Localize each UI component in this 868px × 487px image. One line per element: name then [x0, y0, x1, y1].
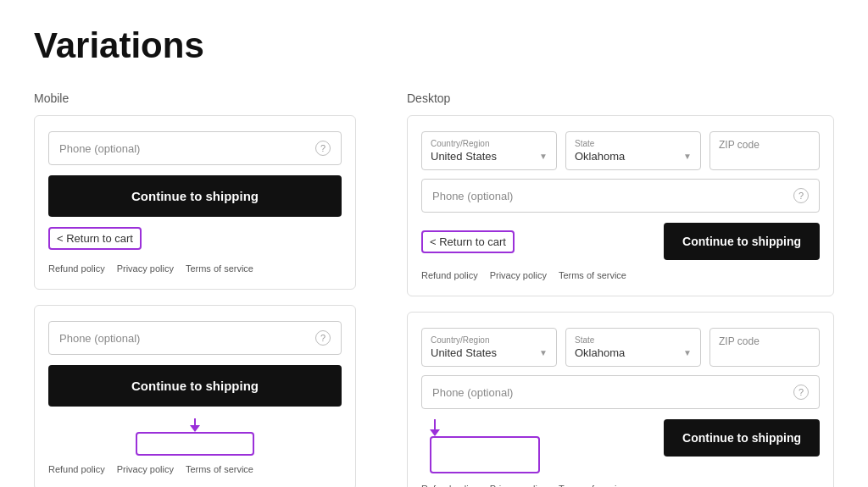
- desktop-column: Desktop Country/Region United States ▼ S…: [407, 91, 834, 487]
- phone-placeholder-1: Phone (optional): [59, 142, 140, 155]
- phone-placeholder-desktop-2: Phone (optional): [432, 386, 513, 399]
- privacy-link-desktop-1[interactable]: Privacy policy: [490, 270, 547, 280]
- desktop-card-1: Country/Region United States ▼ State Okl…: [407, 115, 834, 296]
- continue-shipping-btn-desktop-1[interactable]: Continue to shipping: [664, 223, 820, 260]
- country-select-2[interactable]: Country/Region United States ▼: [421, 328, 557, 367]
- mobile-card-1: Phone (optional) ? Continue to shipping …: [34, 115, 356, 290]
- state-value-2: Oklahoma ▼: [575, 346, 692, 359]
- phone-input-desktop-1[interactable]: Phone (optional) ?: [421, 179, 820, 213]
- page-title: Variations: [34, 25, 834, 66]
- footer-links-2: Refund policy Privacy policy Terms of se…: [48, 464, 342, 474]
- zip-input-2[interactable]: ZIP code: [709, 328, 820, 367]
- continue-shipping-btn-desktop-2[interactable]: Continue to shipping: [664, 419, 820, 457]
- country-label-2: Country/Region: [431, 335, 548, 345]
- state-select-1[interactable]: State Oklahoma ▼: [565, 131, 701, 170]
- phone-input-2[interactable]: Phone (optional) ?: [48, 321, 342, 355]
- mobile-card2-inner: Continue to shipping: [48, 365, 342, 456]
- phone-placeholder-desktop-1: Phone (optional): [432, 190, 513, 202]
- terms-link-2[interactable]: Terms of service: [186, 464, 253, 474]
- country-value-1: United States ▼: [431, 150, 548, 163]
- return-to-cart-desktop-1[interactable]: < Return to cart: [421, 230, 515, 253]
- arrow-line-desktop: [434, 419, 436, 429]
- arrow-head-desktop: [430, 429, 440, 436]
- desktop-footer-links-1: Refund policy Privacy policy Terms of se…: [421, 270, 820, 280]
- terms-link-desktop-1[interactable]: Terms of service: [559, 270, 626, 280]
- footer-links-1: Refund policy Privacy policy Terms of se…: [48, 263, 342, 274]
- refund-link-desktop-2[interactable]: Refund policy: [421, 484, 478, 487]
- desktop-action-row-1: < Return to cart Continue to shipping: [421, 223, 820, 260]
- help-icon-desktop-2[interactable]: ?: [793, 385, 809, 400]
- desktop-section-label: Desktop: [407, 91, 834, 105]
- return-to-cart-text-desktop-1: < Return to cart: [430, 235, 506, 248]
- privacy-policy-link-2[interactable]: Privacy policy: [117, 464, 174, 474]
- vertical-arrow: [430, 419, 440, 436]
- help-icon-2[interactable]: ?: [315, 330, 331, 346]
- desktop-card-2: Country/Region United States ▼ State Okl…: [407, 312, 834, 487]
- phone-input-desktop-2[interactable]: Phone (optional) ?: [421, 375, 820, 409]
- arrow-line-mobile: [194, 418, 196, 425]
- desktop-action-row-2: Continue to shipping: [421, 419, 820, 473]
- zip-placeholder-2: ZIP code: [719, 335, 760, 347]
- country-label-1: Country/Region: [431, 139, 548, 148]
- arrow-down-mobile: [190, 418, 200, 432]
- refund-policy-link-1[interactable]: Refund policy: [48, 263, 105, 274]
- refund-policy-link-2[interactable]: Refund policy: [48, 464, 105, 474]
- desktop-form-row-1: Country/Region United States ▼ State Okl…: [421, 131, 820, 170]
- help-icon-desktop-1[interactable]: ?: [793, 188, 809, 203]
- terms-link-desktop-2[interactable]: Terms of service: [559, 484, 626, 487]
- country-select-1[interactable]: Country/Region United States ▼: [421, 131, 557, 170]
- arrow-head-mobile: [190, 425, 200, 432]
- mobile-section-label: Mobile: [34, 91, 356, 105]
- zip-placeholder-1: ZIP code: [719, 139, 760, 151]
- desktop-highlight-box-2: [430, 436, 540, 473]
- mobile-bottom-highlight: [48, 432, 342, 456]
- state-chevron-1: ▼: [683, 152, 692, 161]
- continue-shipping-btn-1[interactable]: Continue to shipping: [48, 175, 342, 217]
- return-to-cart-text-1: < Return to cart: [57, 232, 133, 245]
- state-value-1: Oklahoma ▼: [575, 150, 692, 163]
- privacy-policy-link-1[interactable]: Privacy policy: [117, 263, 174, 274]
- zip-input-1[interactable]: ZIP code: [709, 131, 820, 170]
- refund-link-desktop-1[interactable]: Refund policy: [421, 270, 478, 280]
- desktop-card2-left: [421, 419, 540, 473]
- country-chevron-2: ▼: [539, 348, 548, 357]
- state-select-2[interactable]: State Oklahoma ▼: [565, 328, 701, 367]
- state-label-2: State: [575, 335, 692, 345]
- country-chevron-1: ▼: [539, 152, 548, 161]
- phone-placeholder-2: Phone (optional): [59, 332, 140, 345]
- desktop-footer-links-2: Refund policy Privacy policy Terms of se…: [421, 484, 820, 487]
- state-label-1: State: [575, 139, 692, 148]
- desktop-form-row-2: Country/Region United States ▼ State Okl…: [421, 328, 820, 367]
- mobile-column: Mobile Phone (optional) ? Continue to sh…: [34, 91, 356, 487]
- privacy-link-desktop-2[interactable]: Privacy policy: [490, 484, 547, 487]
- continue-shipping-btn-2[interactable]: Continue to shipping: [48, 365, 342, 407]
- main-layout: Mobile Phone (optional) ? Continue to sh…: [34, 91, 834, 487]
- mobile-highlight-box: [136, 432, 254, 456]
- mobile-card-2: Phone (optional) ? Continue to shipping …: [34, 305, 356, 487]
- help-icon-1[interactable]: ?: [315, 141, 331, 156]
- arrow-container: [48, 418, 342, 432]
- return-to-cart-link-1[interactable]: < Return to cart: [48, 227, 142, 250]
- state-chevron-2: ▼: [683, 348, 692, 357]
- country-value-2: United States ▼: [431, 346, 548, 359]
- phone-input-1[interactable]: Phone (optional) ?: [48, 131, 342, 165]
- terms-link-1[interactable]: Terms of service: [186, 263, 253, 274]
- desktop-arrow-area: [421, 419, 540, 473]
